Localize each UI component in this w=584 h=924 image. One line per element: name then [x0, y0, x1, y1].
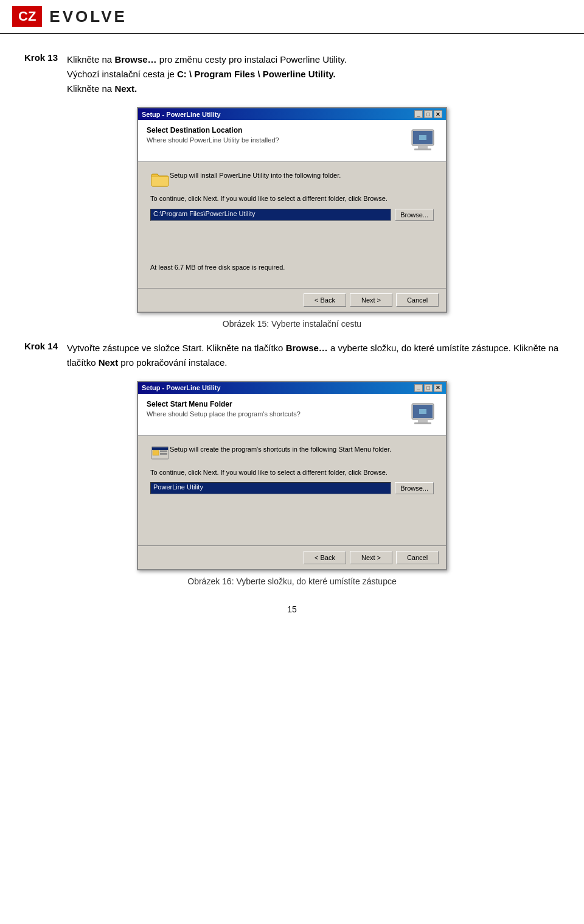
dialog1-path-input[interactable]: C:\Program Files\PowerLine Utility	[150, 209, 391, 221]
dialog1-disk-space: At least 6.7 MB of free disk space is re…	[150, 264, 434, 271]
caption1: Obrázek 15: Vyberte instalační cestu	[24, 319, 560, 329]
dialog2-back-button[interactable]: < Back	[304, 551, 346, 564]
svg-rect-8	[414, 422, 431, 424]
dialog1-close-btn[interactable]: ✕	[434, 110, 442, 118]
dialog1-continue-text: To continue, click Next. If you would li…	[150, 194, 434, 204]
logo-evolve: EVOLVE	[49, 7, 127, 26]
dialog2-header-title: Select Start Menu Folder	[147, 400, 301, 408]
svg-rect-14	[160, 453, 167, 455]
dialog2-next-button[interactable]: Next >	[350, 551, 392, 564]
dialog1-minimize-btn[interactable]: _	[414, 110, 423, 118]
dialog1-folder-info: Setup will install PowerLine Utility int…	[150, 170, 434, 187]
dialog2-startmenu-icon	[150, 444, 170, 461]
dialog1-computer-icon	[408, 126, 437, 155]
dialog2-header-text: Select Start Menu Folder Where should Se…	[147, 400, 301, 418]
dialog1-titlebar: Setup - PowerLine Utility _ □ ✕	[138, 108, 446, 120]
dialog2-controls[interactable]: _ □ ✕	[414, 384, 442, 392]
dialog2-title: Setup - PowerLine Utility	[142, 384, 221, 391]
dialog2-close-btn[interactable]: ✕	[434, 384, 442, 392]
dialog2-content: Setup will create the program's shortcut…	[138, 436, 446, 546]
dialog1-header: Select Destination Location Where should…	[138, 120, 446, 162]
dialog1-header-text: Select Destination Location Where should…	[147, 126, 279, 144]
step-14-text: Vytvořte zástupce ve složce Start. Klikn…	[67, 341, 560, 370]
dialog1-path-row[interactable]: C:\Program Files\PowerLine Utility Brows…	[150, 209, 434, 221]
page-header: CZ EVOLVE	[0, 0, 584, 34]
dialog2-folder-info: Setup will create the program's shortcut…	[150, 444, 434, 461]
dialog1-wrapper: Setup - PowerLine Utility _ □ ✕ Select D…	[24, 107, 560, 313]
svg-rect-9	[419, 409, 426, 414]
dialog2-cancel-button[interactable]: Cancel	[396, 551, 439, 564]
dialog2-minimize-btn[interactable]: _	[414, 384, 423, 392]
dialog1-maximize-btn[interactable]: □	[424, 110, 433, 118]
dialog2-path-input[interactable]: PowerLine Utility	[150, 482, 391, 494]
page-content: Krok 13 Klikněte na Browse… pro změnu ce…	[0, 40, 584, 639]
dialog1-body: Setup will install PowerLine Utility int…	[138, 162, 446, 312]
svg-rect-7	[418, 420, 428, 422]
step-13-text: Klikněte na Browse… pro změnu cesty pro …	[67, 52, 560, 96]
dialog1-title: Setup - PowerLine Utility	[142, 111, 221, 118]
dialog1-header-title: Select Destination Location	[147, 126, 279, 135]
dialog2-browse-button[interactable]: Browse...	[395, 482, 434, 494]
dialog2-body: Setup will create the program's shortcut…	[138, 436, 446, 570]
dialog1: Setup - PowerLine Utility _ □ ✕ Select D…	[137, 107, 447, 313]
step-14-block: Krok 14 Vytvořte zástupce ve složce Star…	[24, 341, 560, 370]
step-14-number: Krok 14	[24, 341, 67, 351]
dialog1-content: Setup will install PowerLine Utility int…	[138, 162, 446, 288]
dialog1-folder-text: Setup will install PowerLine Utility int…	[170, 170, 341, 181]
dialog2-titlebar: Setup - PowerLine Utility _ □ ✕	[138, 382, 446, 394]
dialog1-back-button[interactable]: < Back	[304, 293, 346, 307]
dialog1-controls[interactable]: _ □ ✕	[414, 110, 442, 118]
step-13-number: Krok 13	[24, 52, 67, 63]
dialog2-maximize-btn[interactable]: □	[424, 384, 433, 392]
page-number: 15	[24, 604, 560, 626]
dialog1-header-subtitle: Where should PowerLine Utility be instal…	[147, 136, 279, 144]
svg-rect-11	[152, 447, 168, 450]
caption2: Obrázek 16: Vyberte složku, do které umí…	[24, 576, 560, 586]
dialog2-header: Select Start Menu Folder Where should Se…	[138, 394, 446, 436]
dialog1-cancel-button[interactable]: Cancel	[396, 293, 439, 307]
svg-rect-13	[160, 450, 167, 452]
dialog2-computer-icon	[408, 400, 437, 429]
dialog1-footer: < Back Next > Cancel	[138, 288, 446, 312]
dialog2-path-row[interactable]: PowerLine Utility Browse...	[150, 482, 434, 494]
dialog2-header-subtitle: Where should Setup place the program's s…	[147, 410, 301, 418]
step-13-block: Krok 13 Klikněte na Browse… pro změnu ce…	[24, 52, 560, 96]
svg-rect-2	[418, 146, 428, 149]
dialog2-footer: < Back Next > Cancel	[138, 545, 446, 569]
dialog1-spacer	[150, 227, 434, 264]
dialog2-spacer	[150, 500, 434, 537]
dialog1-folder-icon	[150, 170, 170, 187]
svg-rect-12	[153, 450, 159, 455]
svg-rect-3	[414, 149, 431, 150]
dialog2-folder-text: Setup will create the program's shortcut…	[170, 444, 391, 455]
dialog2-continue-text: To continue, click Next. If you would li…	[150, 467, 434, 478]
logo-cz: CZ	[12, 6, 42, 27]
svg-rect-4	[419, 135, 426, 140]
dialog1-next-button[interactable]: Next >	[350, 293, 392, 307]
dialog1-browse-button[interactable]: Browse...	[395, 209, 434, 221]
dialog2-wrapper: Setup - PowerLine Utility _ □ ✕ Select S…	[24, 381, 560, 571]
dialog2: Setup - PowerLine Utility _ □ ✕ Select S…	[137, 381, 447, 571]
